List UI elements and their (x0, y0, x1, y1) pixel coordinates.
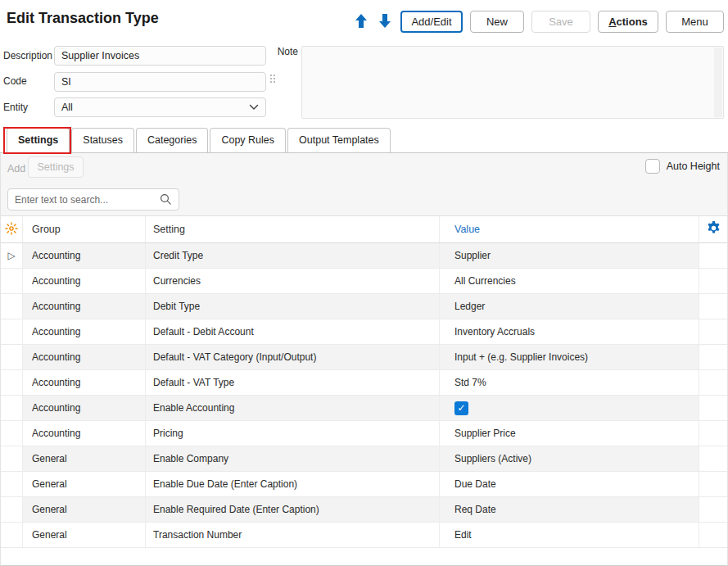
cell-group[interactable]: General (23, 446, 146, 471)
cell-setting[interactable]: Transaction Number (146, 523, 440, 547)
layout-drag-handle-icon[interactable] (269, 74, 276, 84)
settings-grid: Group Setting Value ▷ Accounting Credit … (1, 215, 727, 565)
cell-group[interactable]: General (23, 472, 146, 496)
cell-group[interactable]: Accounting (23, 319, 146, 344)
code-field[interactable] (54, 72, 266, 92)
menu-button[interactable]: Menu (666, 11, 724, 33)
cell-group[interactable]: Accounting (23, 421, 146, 446)
cell-value[interactable]: Supplier Price (440, 421, 699, 446)
table-row[interactable]: Accounting Currencies All Currencies (1, 269, 727, 294)
save-button[interactable]: Save (531, 11, 590, 33)
settings-sub-button[interactable]: Settings (28, 156, 84, 178)
focused-row-arrow-icon: ▷ (7, 251, 15, 260)
table-row[interactable]: Accounting Default - VAT Category (Input… (1, 345, 727, 370)
grid-corner-cell[interactable] (1, 216, 23, 242)
tab-output-templates[interactable]: Output Templates (287, 128, 391, 152)
grid-header-row: Group Setting Value (1, 216, 727, 243)
note-textarea[interactable] (303, 48, 714, 117)
entity-dropdown[interactable]: All (54, 97, 266, 117)
tab-settings[interactable]: Settings (7, 128, 70, 153)
table-row[interactable]: General Enable Required Date (Enter Capt… (1, 497, 727, 523)
table-row[interactable]: Accounting Pricing Supplier Price (1, 421, 727, 446)
tab-copy-rules[interactable]: Copy Rules (210, 128, 286, 152)
row-indicator-cell (1, 370, 23, 395)
cell-value[interactable]: Supplier (440, 243, 699, 268)
cell-value[interactable]: All Currencies (440, 269, 699, 293)
column-header-group[interactable]: Group (23, 216, 146, 242)
cell-value[interactable]: Ledger (440, 294, 699, 319)
table-row[interactable]: General Enable Company Suppliers (Active… (1, 446, 727, 472)
cell-value[interactable]: Input + (e.g. Supplier Invoices) (440, 345, 699, 369)
cell-setting[interactable]: Enable Company (146, 446, 440, 471)
auto-height-toggle[interactable]: Auto Height (645, 159, 720, 174)
cell-group[interactable]: General (23, 497, 146, 522)
table-row[interactable]: ▷ Accounting Credit Type Supplier (1, 243, 727, 269)
cell-setting[interactable]: Default - VAT Type (146, 370, 440, 395)
checked-checkbox[interactable]: ✓ (454, 401, 468, 415)
cell-group[interactable]: Accounting (23, 396, 146, 420)
row-end-cell (699, 523, 727, 547)
cell-value[interactable]: Std 7% (440, 370, 699, 395)
table-row[interactable]: Accounting Default - Debit Account Inven… (1, 319, 727, 345)
description-field[interactable] (54, 46, 266, 66)
column-chooser-cell[interactable] (699, 216, 727, 242)
cell-setting[interactable]: Currencies (146, 269, 440, 293)
auto-height-checkbox[interactable] (645, 159, 660, 174)
cell-setting[interactable]: Debit Type (146, 294, 440, 319)
add-edit-button[interactable]: Add/Edit (400, 11, 463, 33)
entity-selected-value: All (61, 102, 249, 113)
row-indicator-cell (1, 269, 23, 293)
cell-value[interactable]: Suppliers (Active) (440, 446, 699, 471)
search-icon[interactable] (160, 193, 172, 206)
cell-group[interactable]: Accounting (23, 269, 146, 293)
header-controls: Add/Edit New Save Actions Menu (353, 11, 724, 33)
note-box (301, 46, 724, 119)
down-arrow-icon (378, 13, 391, 31)
auto-height-label: Auto Height (667, 161, 720, 172)
cell-value[interactable]: Edit (440, 523, 699, 547)
row-indicator-cell (1, 497, 23, 522)
navigate-up-button[interactable] (353, 13, 369, 31)
grid-body: ▷ Accounting Credit Type Supplier Accoun… (1, 243, 727, 548)
row-end-cell (699, 472, 727, 496)
cell-setting[interactable]: Credit Type (146, 243, 440, 268)
up-arrow-icon (355, 13, 368, 31)
cell-value[interactable]: Due Date (440, 472, 699, 496)
column-header-setting[interactable]: Setting (146, 216, 440, 242)
cell-setting[interactable]: Enable Due Date (Enter Caption) (146, 472, 440, 496)
row-indicator-cell (1, 523, 23, 547)
sun-icon (5, 222, 18, 238)
table-row[interactable]: Accounting Default - VAT Type Std 7% (1, 370, 727, 396)
row-end-cell (699, 446, 727, 471)
search-input[interactable] (15, 194, 156, 206)
cell-setting[interactable]: Default - Debit Account (146, 319, 440, 344)
cell-setting[interactable]: Default - VAT Category (Input/Output) (146, 345, 440, 369)
cell-value[interactable]: Req Date (440, 497, 699, 522)
cell-setting[interactable]: Enable Required Date (Enter Caption) (146, 497, 440, 522)
tab-categories[interactable]: Categories (136, 128, 208, 152)
cell-value[interactable]: Inventory Accruals (440, 319, 699, 344)
cell-value[interactable]: ✓ (440, 396, 699, 420)
page-title: Edit Transaction Type (7, 10, 159, 27)
table-row[interactable]: Accounting Debit Type Ledger (1, 294, 727, 319)
table-row[interactable]: General Transaction Number Edit (1, 523, 727, 548)
row-end-cell (699, 345, 727, 369)
cell-group[interactable]: Accounting (23, 370, 146, 395)
cell-setting[interactable]: Enable Accounting (146, 396, 440, 420)
actions-button[interactable]: Actions (598, 11, 658, 33)
new-button[interactable]: New (470, 11, 524, 33)
cell-group[interactable]: Accounting (23, 294, 146, 319)
column-header-value[interactable]: Value (440, 216, 699, 242)
tab-statuses[interactable]: Statuses (71, 128, 134, 152)
cell-group[interactable]: Accounting (23, 345, 146, 369)
cell-setting[interactable]: Pricing (146, 421, 440, 446)
table-row[interactable]: Accounting Enable Accounting ✓ (1, 396, 727, 421)
table-row[interactable]: General Enable Due Date (Enter Caption) … (1, 472, 727, 497)
navigate-down-button[interactable] (377, 13, 393, 31)
note-scrollbar[interactable] (714, 48, 722, 117)
tab-strip: Settings Statuses Categories Copy Rules … (0, 128, 728, 153)
gear-icon[interactable] (707, 221, 721, 238)
row-indicator-cell (1, 421, 23, 446)
cell-group[interactable]: Accounting (23, 243, 146, 268)
cell-group[interactable]: General (23, 523, 146, 547)
